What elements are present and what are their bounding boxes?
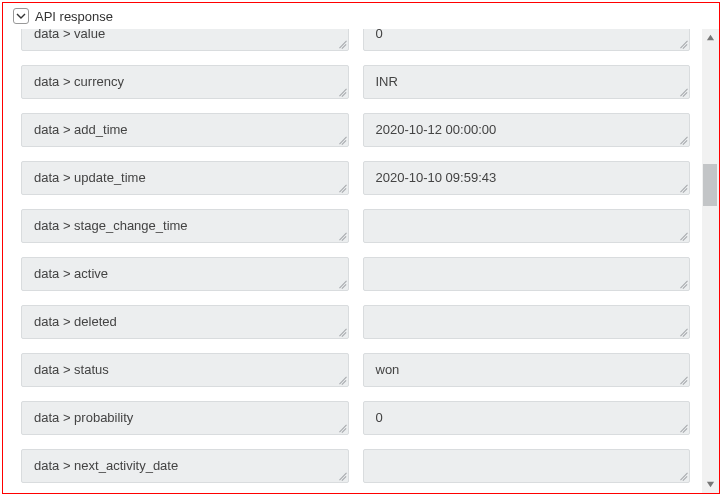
table-row: data > status won [21, 353, 690, 387]
value-cell[interactable]: INR [363, 65, 691, 99]
key-cell[interactable]: data > value [21, 29, 349, 51]
triangle-up-icon [706, 33, 715, 42]
key-text: data > status [34, 362, 109, 377]
value-cell[interactable]: 0 [363, 29, 691, 51]
vertical-scrollbar[interactable] [702, 29, 719, 493]
key-cell[interactable]: data > status [21, 353, 349, 387]
resize-handle-icon[interactable] [337, 88, 346, 97]
resize-handle-icon[interactable] [678, 328, 687, 337]
key-text: data > update_time [34, 170, 146, 185]
table-row: data > add_time 2020-10-12 00:00:00 [21, 113, 690, 147]
table-row: data > next_activity_date [21, 449, 690, 483]
value-text: 0 [376, 29, 383, 41]
resize-handle-icon[interactable] [678, 280, 687, 289]
scroll-down-button[interactable] [702, 476, 719, 493]
key-text: data > next_activity_date [34, 458, 178, 473]
key-cell[interactable]: data > next_activity_date [21, 449, 349, 483]
key-text: data > value [34, 29, 105, 41]
value-cell[interactable]: 2020-10-10 09:59:43 [363, 161, 691, 195]
scroll-up-button[interactable] [702, 29, 719, 46]
resize-handle-icon[interactable] [337, 472, 346, 481]
scrollbar-track[interactable] [702, 46, 719, 476]
key-text: data > stage_change_time [34, 218, 188, 233]
collapse-toggle[interactable] [13, 8, 29, 24]
resize-handle-icon[interactable] [678, 184, 687, 193]
resize-handle-icon[interactable] [678, 40, 687, 49]
value-cell[interactable] [363, 305, 691, 339]
resize-handle-icon[interactable] [337, 424, 346, 433]
key-cell[interactable]: data > active [21, 257, 349, 291]
key-cell[interactable]: data > stage_change_time [21, 209, 349, 243]
value-cell[interactable] [363, 449, 691, 483]
table-row: data > update_time 2020-10-10 09:59:43 [21, 161, 690, 195]
value-cell[interactable]: won [363, 353, 691, 387]
value-text: 2020-10-12 00:00:00 [376, 122, 497, 137]
triangle-down-icon [706, 480, 715, 489]
value-cell[interactable]: 0 [363, 401, 691, 435]
value-text: 0 [376, 410, 383, 425]
key-cell[interactable]: data > add_time [21, 113, 349, 147]
resize-handle-icon[interactable] [678, 376, 687, 385]
panel-header: API response [3, 3, 719, 29]
resize-handle-icon[interactable] [337, 280, 346, 289]
resize-handle-icon[interactable] [337, 328, 346, 337]
table-row: data > probability 0 [21, 401, 690, 435]
key-text: data > probability [34, 410, 133, 425]
value-cell[interactable] [363, 209, 691, 243]
rows-container: data > value 0 data > currency INR data … [3, 29, 702, 493]
panel-title: API response [35, 9, 113, 24]
api-response-panel: API response data > value 0 data > curre… [2, 2, 720, 494]
value-text: won [376, 362, 400, 377]
value-text: 2020-10-10 09:59:43 [376, 170, 497, 185]
resize-handle-icon[interactable] [337, 232, 346, 241]
resize-handle-icon[interactable] [678, 424, 687, 433]
key-cell[interactable]: data > currency [21, 65, 349, 99]
table-row: data > stage_change_time [21, 209, 690, 243]
chevron-down-icon [16, 11, 26, 21]
scroll-wrap: data > value 0 data > currency INR data … [3, 29, 719, 493]
resize-handle-icon[interactable] [678, 232, 687, 241]
resize-handle-icon[interactable] [678, 88, 687, 97]
value-text: INR [376, 74, 398, 89]
key-cell[interactable]: data > deleted [21, 305, 349, 339]
table-row: data > value 0 [21, 29, 690, 51]
key-cell[interactable]: data > probability [21, 401, 349, 435]
scrollbar-thumb[interactable] [703, 164, 717, 206]
resize-handle-icon[interactable] [337, 184, 346, 193]
key-text: data > currency [34, 74, 124, 89]
resize-handle-icon[interactable] [337, 40, 346, 49]
resize-handle-icon[interactable] [678, 472, 687, 481]
key-text: data > deleted [34, 314, 117, 329]
resize-handle-icon[interactable] [678, 136, 687, 145]
value-cell[interactable]: 2020-10-12 00:00:00 [363, 113, 691, 147]
key-cell[interactable]: data > update_time [21, 161, 349, 195]
key-text: data > add_time [34, 122, 128, 137]
value-cell[interactable] [363, 257, 691, 291]
table-row: data > active [21, 257, 690, 291]
table-row: data > currency INR [21, 65, 690, 99]
resize-handle-icon[interactable] [337, 376, 346, 385]
resize-handle-icon[interactable] [337, 136, 346, 145]
table-row: data > deleted [21, 305, 690, 339]
key-text: data > active [34, 266, 108, 281]
